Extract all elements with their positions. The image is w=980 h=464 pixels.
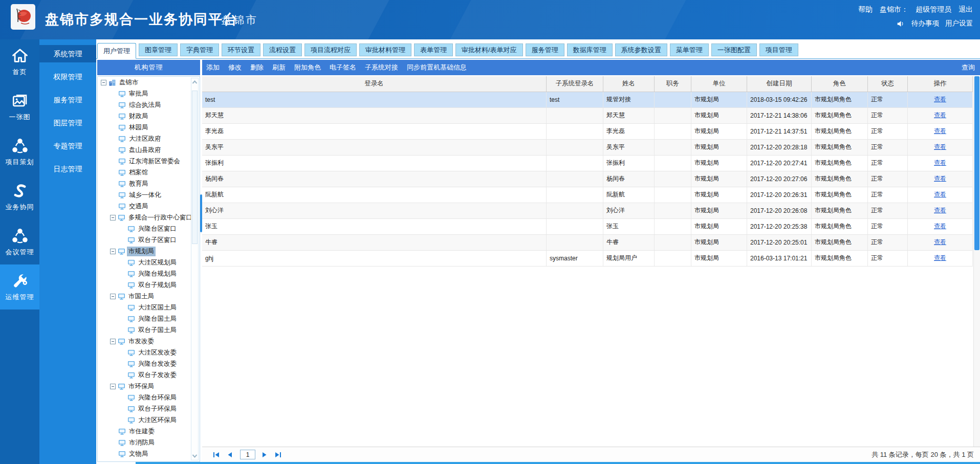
tree-item[interactable]: 大洼区国土局 [98,302,200,313]
tab[interactable]: 项目管理 [759,43,798,56]
tree-item[interactable]: 大洼区政府 [98,133,200,144]
toolbar-button[interactable]: 刷新 [272,63,286,72]
column-header-role[interactable]: 角色 [812,76,868,92]
sidebar-item-plan[interactable]: 项目策划 [0,129,39,174]
tree-item[interactable]: 综合执法局 [98,99,200,111]
tab[interactable]: 服务管理 [526,43,564,56]
tab[interactable]: 表单管理 [414,43,453,56]
tree-expander-icon[interactable] [101,80,106,85]
tree-item[interactable]: 交通局 [98,201,200,212]
tab[interactable]: 项目流程对应 [304,43,357,56]
tab[interactable]: 系统参数设置 [615,43,667,56]
tree-item[interactable]: 双台子发改委 [98,369,200,381]
tree-expander-icon[interactable] [110,215,116,220]
tree-item[interactable]: 市环保局 [98,381,200,392]
tab[interactable]: 字典管理 [180,43,219,56]
tree-item[interactable]: 市规划局 [98,246,200,257]
tree-expander-icon[interactable] [110,294,116,299]
tree-item[interactable]: 多规合一行政中心窗口 [98,212,200,223]
sidebar-item-home[interactable]: 首页 [0,39,39,84]
column-header-created[interactable]: 创建日期 [747,76,812,92]
tree-item[interactable]: 市住建委 [98,426,200,437]
tree-item[interactable]: 兴隆台发改委 [98,358,200,369]
tree-scroll-thumb[interactable] [192,91,198,244]
toolbar-button[interactable]: 附加角色 [294,63,321,72]
first-page-button[interactable] [211,450,222,459]
tree-item[interactable]: 市发改委 [98,336,200,347]
sidebar-item-onemap[interactable]: 一张图 [0,84,39,129]
table-row[interactable]: 阮新航阮新航市规划局2017-12-20 20:26:31市规划局角色正常查看 [202,187,973,203]
column-header-action[interactable]: 操作 [908,76,973,92]
table-scroll-thumb[interactable] [974,76,979,250]
scroll-down-icon[interactable] [191,452,198,459]
tab[interactable]: 环节设置 [222,43,260,56]
menu-item[interactable]: 服务管理 [39,91,96,108]
tree-item[interactable]: 林园局 [98,122,200,133]
tree-item[interactable]: 双台子环保局 [98,403,200,414]
page-number-input[interactable] [240,450,255,459]
tree-item[interactable]: 市国土局 [98,291,200,302]
last-page-button[interactable] [273,450,283,459]
prev-page-button[interactable] [225,450,235,459]
tree-item[interactable]: 城乡一体化 [98,189,200,201]
column-header-sub_login[interactable]: 子系统登录名 [547,76,603,92]
column-header-duty[interactable]: 职务 [655,76,691,92]
current-user[interactable]: 超级管理员 [916,5,951,14]
tree-item[interactable]: 兴隆台区窗口 [98,223,200,234]
tree-item[interactable]: 教育局 [98,178,200,189]
view-link[interactable]: 查看 [934,143,946,150]
column-header-unit[interactable]: 单位 [691,76,747,92]
menu-item[interactable]: 专题管理 [39,137,96,154]
tab[interactable]: 审批材料/表单对应 [455,43,523,56]
tree-item[interactable]: 大洼区环保局 [98,414,200,426]
toolbar-button[interactable]: 子系统对接 [365,63,398,72]
tab[interactable]: 图章管理 [139,43,178,56]
sidebar-item-ops[interactable]: 运维管理 [0,264,39,310]
table-scrollbar[interactable] [973,76,980,447]
table-row[interactable]: 吴东平吴东平市规划局2017-12-20 20:28:18市规划局角色正常查看 [202,139,973,155]
column-header-status[interactable]: 状态 [868,76,908,92]
todo-link[interactable]: 待办事项 [911,19,939,28]
toolbar-button[interactable]: 同步前置机基础信息 [407,63,467,72]
user-settings-link[interactable]: 用户设置 [945,19,973,28]
table-row[interactable]: ghjsysmaster规划局用户市规划局2016-03-13 17:01:21… [202,250,973,266]
table-row[interactable]: 刘心洋刘心洋市规划局2017-12-20 20:26:08市规划局角色正常查看 [202,203,973,218]
tree-item[interactable]: 兴隆台环保局 [98,392,200,403]
tab[interactable]: 菜单管理 [670,43,709,56]
column-header-name[interactable]: 姓名 [603,76,655,92]
toolbar-button[interactable]: 删除 [250,63,264,72]
tree-item[interactable]: 双台子国土局 [98,324,200,336]
view-link[interactable]: 查看 [934,96,946,103]
tree-item[interactable]: 双台子区窗口 [98,234,200,246]
tree-item[interactable]: 市消防局 [98,437,200,448]
scroll-up-icon[interactable] [191,79,198,86]
view-link[interactable]: 查看 [934,159,946,166]
column-header-login[interactable]: 登录名 [202,76,547,92]
tree-item[interactable]: 盘锦市 [98,77,200,88]
view-link[interactable]: 查看 [934,112,946,119]
tree-scrollbar[interactable] [191,78,199,460]
toolbar-button[interactable]: 添加 [206,63,220,72]
menu-item[interactable]: 权限管理 [39,68,96,85]
table-row[interactable]: 李光磊李光磊市规划局2017-12-21 14:37:51市规划局角色正常查看 [202,123,973,139]
menu-item[interactable]: 系统管理 [39,45,96,62]
tree-expander-icon[interactable] [110,339,116,344]
table-row[interactable]: 张玉张玉市规划局2017-12-20 20:25:38市规划局角色正常查看 [202,218,973,234]
view-link[interactable]: 查看 [934,127,946,135]
table-row[interactable]: 郑天慧郑天慧市规划局2017-12-21 14:38:06市规划局角色正常查看 [202,107,973,123]
table-row[interactable]: 牛睿牛睿市规划局2017-12-20 20:25:01市规划局角色正常查看 [202,234,973,250]
view-link[interactable]: 查看 [934,191,946,198]
search-button[interactable]: 查询 [962,63,975,72]
view-link[interactable]: 查看 [934,175,946,182]
sidebar-item-collab[interactable]: 业务协同 [0,174,39,219]
table-row[interactable]: 杨闰春杨闰春市规划局2017-12-20 20:27:06市规划局角色正常查看 [202,171,973,187]
view-link[interactable]: 查看 [934,207,946,214]
toolbar-button[interactable]: 电子签名 [330,63,356,72]
tree-item[interactable]: 文物局 [98,448,200,459]
tab[interactable]: 数据库管理 [567,43,613,56]
table-row[interactable]: 张振利张振利市规划局2017-12-20 20:27:41市规划局角色正常查看 [202,155,973,171]
view-link[interactable]: 查看 [934,223,946,230]
table-row[interactable]: testtest规管对接市规划局2018-03-15 09:42:26市规划局角… [202,92,973,107]
tree-expander-icon[interactable] [110,249,116,254]
tree-item[interactable]: 兴隆台国土局 [98,313,200,324]
